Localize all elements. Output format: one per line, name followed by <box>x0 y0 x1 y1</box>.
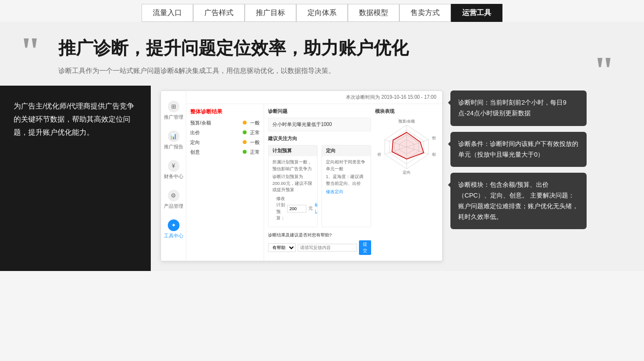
quote-right-icon: " <box>593 51 615 90</box>
svg-text:定向: 定向 <box>403 170 411 175</box>
diag-row-budget: 预算/余额 一般 <box>190 118 260 128</box>
nav-item-targeting[interactable]: 定向体系 <box>296 4 348 22</box>
top-nav: 流量入口 广告样式 推广目标 定向体系 数据模型 售卖方式 运营工具 <box>0 0 644 22</box>
diag-row-targeting: 定向 一般 <box>190 138 260 147</box>
suggest-input-row: 修改计划预算： 元 确认 <box>272 194 313 224</box>
dot-budget <box>243 121 247 125</box>
suggest-body-budget: 所属计划预算一般，预估影响广告竞争力 诊断计划预算为200.00元，建议不限或提… <box>268 156 317 227</box>
sidebar-item-finance[interactable]: ¥ 财务中心 <box>161 155 186 185</box>
preview-header: 本次诊断时间为 2019-10-16 15:00 - 17:00 <box>186 91 442 104</box>
nav-item-ops-tools[interactable]: 运营工具 <box>451 4 502 22</box>
modify-targeting-link[interactable]: 修改定向 <box>326 189 343 194</box>
preview-sidebar: ⊞ 推广管理 📊 推广报告 ¥ 财务中心 ⚙ 产品管理 <box>161 91 186 261</box>
diag-status-bid: 正常 <box>243 129 260 136</box>
diag-name-targeting: 定向 <box>190 139 200 146</box>
finance-icon: ¥ <box>168 160 179 172</box>
tooltip-box-2: 诊断条件：诊断时间内该账户下有效投放的单元（投放中且曝光量大于0） <box>450 132 587 167</box>
feedback-label: 诊断结果及建议是否对您有帮助? <box>268 232 371 238</box>
feedback-submit-btn[interactable]: 提交 <box>359 240 371 255</box>
product-mgmt-icon: ⚙ <box>168 190 179 201</box>
dot-bid <box>243 130 247 134</box>
sidebar-item-product-mgmt[interactable]: ⚙ 产品管理 <box>161 185 186 215</box>
suggest-box-budget: 计划预算 所属计划预算一般，预估影响广告竞争力 诊断计划预算为200.00元，建… <box>268 145 318 227</box>
dot-targeting <box>243 140 247 144</box>
ui-preview: ⊞ 推广管理 📊 推广报告 ¥ 财务中心 ⚙ 产品管理 <box>161 90 443 261</box>
suggest-header-budget: 计划预算 <box>268 145 317 156</box>
confirm-link[interactable]: 确认 <box>315 202 318 215</box>
feedback-input[interactable] <box>298 244 357 252</box>
preview-main: 本次诊断时间为 2019-10-16 15:00 - 17:00 整体诊断结果 … <box>186 91 442 261</box>
tooltip-boxes: 诊断时间：当前时刻前2个小时，每日9点-24点小时级别更新数据 诊断条件：诊断时… <box>450 90 587 261</box>
diag-status-creative: 正常 <box>243 149 260 156</box>
radar-container: 预算/余额 创意 创意 定向 出价 <box>375 118 438 176</box>
diag-status-targeting: 一般 <box>243 139 260 146</box>
diag-status-budget: 一般 <box>243 120 260 126</box>
diag-problem-box: 分小时单元曝光量低于1000 <box>268 118 371 131</box>
feature-box: 为广告主/优化师/代理商提供广告竞争的关键环节数据，帮助其高效定位问题，提升账户… <box>0 86 151 271</box>
feedback-section: 诊断结果及建议是否对您有帮助? 有帮助 提交 <box>268 230 371 257</box>
quote-left-icon: " <box>19 32 41 71</box>
sidebar-item-label: 工具中心 <box>164 233 183 239</box>
diag-name-budget: 预算/余额 <box>190 120 211 126</box>
feedback-row: 有帮助 提交 <box>268 240 371 255</box>
diag-problem-title: 诊断问题 <box>268 108 371 115</box>
suggest-header-targeting: 定向 <box>322 145 371 156</box>
diag-problem-col: 诊断问题 分小时单元曝光量低于1000 建议关注方向 计划预算 <box>268 108 371 257</box>
nav-item-sell-method[interactable]: 售卖方式 <box>399 4 451 22</box>
main-content: 为广告主/优化师/代理商提供广告竞争的关键环节数据，帮助其高效定位问题，提升账户… <box>0 86 644 271</box>
diag-name-bid: 出价 <box>190 129 200 136</box>
sidebar-item-tools[interactable]: ✦ 工具中心 <box>161 215 186 244</box>
hero-section: " 推广诊断，提升问题定位效率，助力账户优化 诊断工具作为一个一站式账户问题诊断… <box>0 22 644 86</box>
diag-row-creative: 创意 正常 <box>190 147 260 157</box>
promo-report-icon: 📊 <box>168 130 179 142</box>
tooltip-box-1: 诊断时间：当前时刻前2个小时，每日9点-24点小时级别更新数据 <box>450 90 587 126</box>
nav-item-promo-goal[interactable]: 推广目标 <box>245 4 296 22</box>
nav-item-traffic[interactable]: 流量入口 <box>142 4 193 22</box>
sidebar-item-label: 推广报告 <box>164 144 183 150</box>
svg-text:创意: 创意 <box>432 136 436 140</box>
sidebar-item-promo-mgmt[interactable]: ⊞ 推广管理 <box>161 96 186 126</box>
module-title: 模块表现 <box>375 108 438 115</box>
radar-col: 模块表现 <box>375 108 438 257</box>
svg-text:出价: 出价 <box>377 152 381 157</box>
sidebar-item-promo-report[interactable]: 📊 推广报告 <box>161 126 186 155</box>
diag-row-bid: 出价 正常 <box>190 128 260 138</box>
sidebar-item-label: 产品管理 <box>164 203 183 210</box>
nav-item-data-model[interactable]: 数据模型 <box>348 4 399 22</box>
nav-item-ad-style[interactable]: 广告样式 <box>193 4 245 22</box>
suggest-body-targeting: 定向相对于同类竞争单元一般 1、蓝海度：建议调整当前定向、出价 修改定向 <box>322 156 371 200</box>
svg-text:创意: 创意 <box>432 152 436 157</box>
tools-icon: ✦ <box>168 219 179 231</box>
dot-creative <box>243 150 247 154</box>
budget-input[interactable] <box>287 205 306 213</box>
preview-body: 整体诊断结果 预算/余额 一般 出价 <box>186 104 442 261</box>
suggest-two-col: 计划预算 所属计划预算一般，预估影响广告竞争力 诊断计划预算为200.00元，建… <box>268 145 371 227</box>
sidebar-item-label: 财务中心 <box>164 173 183 180</box>
hero-subtitle: 诊断工具作为一个一站式账户问题诊断&解决集成工具，用信息驱动优化，以数据指导决策… <box>58 65 615 76</box>
suggest-title: 建议关注方向 <box>268 135 371 142</box>
diag-results-title: 整体诊断结果 <box>190 108 260 115</box>
radar-chart: 预算/余额 创意 创意 定向 出价 <box>377 118 436 176</box>
right-content: ⊞ 推广管理 📊 推广报告 ¥ 财务中心 ⚙ 产品管理 <box>151 86 644 271</box>
preview-right-panel: 诊断问题 分小时单元曝光量低于1000 建议关注方向 计划预算 <box>264 104 442 261</box>
sidebar-item-label: 推广管理 <box>164 114 183 121</box>
svg-text:预算/余额: 预算/余额 <box>398 119 415 124</box>
preview-left-panel: 整体诊断结果 预算/余额 一般 出价 <box>186 104 264 261</box>
promo-mgmt-icon: ⊞ <box>168 101 179 112</box>
diag-name-creative: 创意 <box>190 149 200 156</box>
tooltip-box-3: 诊断模块：包含余额/预算、出价（CPC）、定向、创意。 主要解决问题：账户问题难… <box>450 173 587 229</box>
preview-two-col: 诊断问题 分小时单元曝光量低于1000 建议关注方向 计划预算 <box>268 108 438 257</box>
feedback-select[interactable]: 有帮助 <box>268 243 296 252</box>
suggest-box-targeting: 定向 定向相对于同类竞争单元一般 1、蓝海度：建议调整当前定向、出价 修改定向 <box>322 145 371 227</box>
hero-title: 推广诊断，提升问题定位效率，助力账户优化 <box>58 36 615 60</box>
